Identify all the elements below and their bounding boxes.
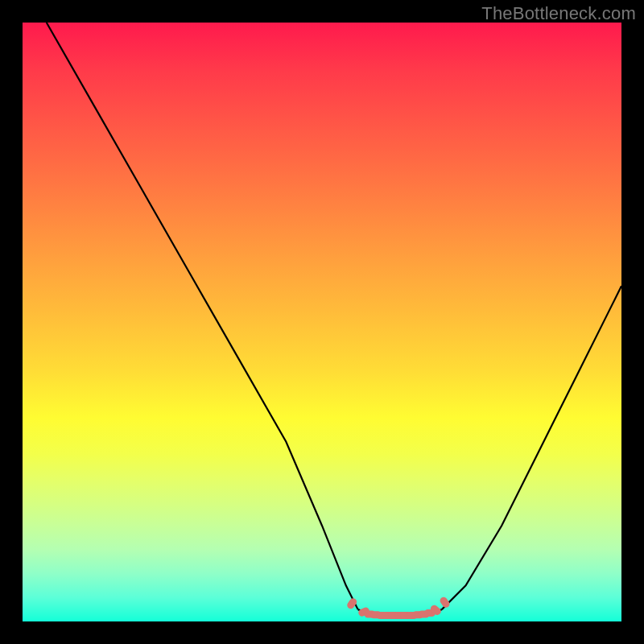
valley-marker bbox=[345, 597, 357, 610]
valley-marker-group bbox=[345, 596, 451, 619]
chart-plot-area bbox=[23, 23, 621, 621]
attribution-label: TheBottleneck.com bbox=[481, 3, 636, 24]
chart-frame: TheBottleneck.com bbox=[0, 0, 644, 644]
valley-marker bbox=[439, 596, 451, 609]
curve-right-branch bbox=[442, 286, 621, 609]
curve-left-branch bbox=[47, 23, 358, 609]
chart-svg bbox=[23, 23, 621, 621]
